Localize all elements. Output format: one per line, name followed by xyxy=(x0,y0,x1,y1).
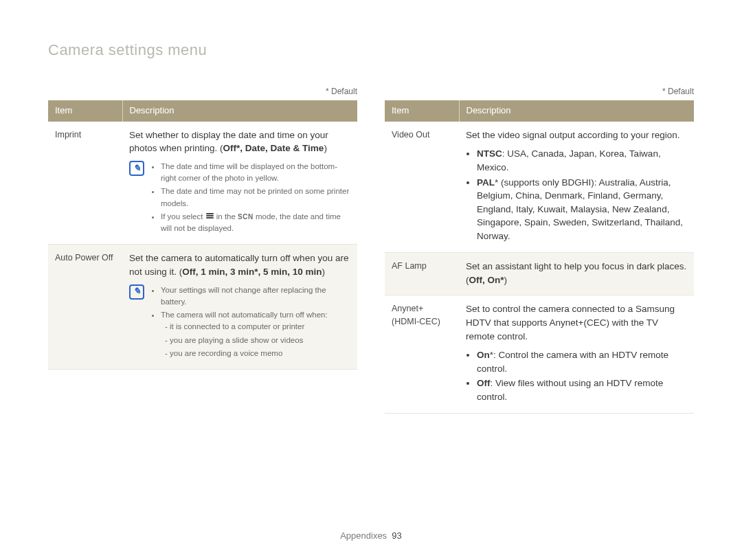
description-main: Set whether to display the date and time… xyxy=(129,128,350,155)
item-label: Auto Power Off xyxy=(48,245,122,370)
settings-table-right: Item Description Video Out Set the video… xyxy=(385,100,694,414)
sublist-item: it is connected to a computer or printer xyxy=(165,321,350,333)
item-label: AF Lamp xyxy=(385,253,459,295)
header-description: Description xyxy=(122,100,357,122)
item-description: Set an assistant light to help you focus… xyxy=(459,253,694,295)
table-row: Auto Power Off Set the camera to automat… xyxy=(48,245,357,370)
default-note-left: * Default xyxy=(48,87,357,96)
table-row: Video Out Set the video signal output ac… xyxy=(385,122,694,253)
item-label: Anynet+ (HDMI-CEC) xyxy=(385,295,459,414)
note-block: ✎ Your settings will not change after re… xyxy=(129,284,350,361)
page-number: 93 xyxy=(392,530,401,541)
item-description: Set to control the camera connected to a… xyxy=(459,295,694,414)
settings-table-left: Item Description Imprint Set whether to … xyxy=(48,100,357,370)
table-row: Imprint Set whether to display the date … xyxy=(48,122,357,245)
menu-icon xyxy=(206,213,214,220)
note-block: ✎ The date and time will be displayed on… xyxy=(129,161,350,236)
item-description: Set whether to display the date and time… xyxy=(122,122,357,245)
header-item: Item xyxy=(48,100,122,122)
note-list: Your settings will not change after repl… xyxy=(150,284,350,361)
note-icon: ✎ xyxy=(129,161,144,176)
header-description: Description xyxy=(459,100,694,122)
scn-mode-label: SCN xyxy=(238,213,254,221)
note-item: The date and time may not be printed on … xyxy=(161,186,350,210)
default-note-right: * Default xyxy=(385,87,694,96)
bullet-list: NTSC: USA, Canada, Japan, Korea, Taiwan,… xyxy=(466,147,687,243)
description-main: Set to control the camera connected to a… xyxy=(466,302,687,343)
note-sublist: it is connected to a computer or printer… xyxy=(161,321,350,359)
item-description: Set the video signal output according to… xyxy=(459,122,694,253)
page-title: Camera settings menu xyxy=(48,41,701,59)
note-item: The camera will not automatically turn o… xyxy=(161,309,350,359)
note-list: The date and time will be displayed on t… xyxy=(150,161,350,236)
page-footer: Appendixes 93 xyxy=(0,530,742,541)
note-item: The date and time will be displayed on t… xyxy=(161,161,350,185)
content-columns: * Default Item Description Imprint Set w… xyxy=(48,87,701,414)
bullet-list: On*: Control the camera with an HDTV rem… xyxy=(466,348,687,403)
bullet-item: On*: Control the camera with an HDTV rem… xyxy=(477,348,687,375)
header-item: Item xyxy=(385,100,459,122)
bullet-item: Off: View files without using an HDTV re… xyxy=(477,377,687,403)
bullet-item: PAL* (supports only BDGHI): Australia, A… xyxy=(477,176,687,243)
note-icon: ✎ xyxy=(129,284,144,300)
sublist-item: you are recording a voice memo xyxy=(165,348,350,359)
right-column: * Default Item Description Video Out Set… xyxy=(385,87,694,414)
description-main: Set the camera to automatically turn off… xyxy=(129,251,350,278)
item-label: Video Out xyxy=(385,122,459,253)
item-label: Imprint xyxy=(48,122,122,245)
footer-section-label: Appendixes xyxy=(340,530,387,541)
item-description: Set the camera to automatically turn off… xyxy=(122,245,357,370)
description-main: Set an assistant light to help you focus… xyxy=(466,260,687,287)
sublist-item: you are playing a slide show or videos xyxy=(165,335,350,346)
note-item: If you select in the SCN mode, the date … xyxy=(161,211,350,235)
table-row: AF Lamp Set an assistant light to help y… xyxy=(385,253,694,295)
description-main: Set the video signal output according to… xyxy=(466,128,687,142)
note-item: Your settings will not change after repl… xyxy=(161,284,350,309)
bullet-item: NTSC: USA, Canada, Japan, Korea, Taiwan,… xyxy=(477,147,687,174)
left-column: * Default Item Description Imprint Set w… xyxy=(48,87,357,414)
table-row: Anynet+ (HDMI-CEC) Set to control the ca… xyxy=(385,295,694,414)
